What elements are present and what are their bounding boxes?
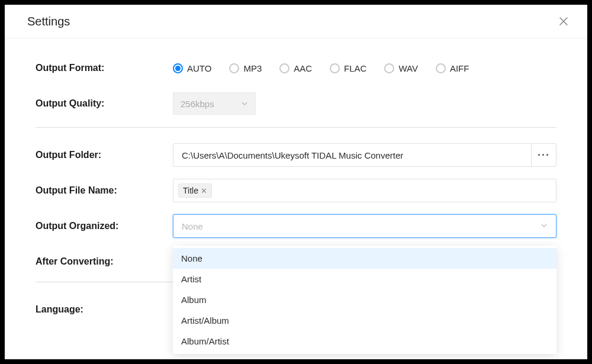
radio-wav[interactable]: WAV (384, 63, 418, 73)
label-after-converting: After Converting: (36, 256, 173, 267)
dropdown-option[interactable]: None (173, 248, 556, 269)
modal-body: Output Format: AUTOMP3AACFLACWAVAIFF Out… (5, 38, 587, 333)
output-quality-select[interactable]: 256kbps (173, 92, 256, 115)
dropdown-option[interactable]: Artist (173, 269, 556, 289)
radio-label: MP3 (243, 63, 262, 73)
row-output-file-name: Output File Name: Title ✕ (36, 179, 556, 202)
row-output-quality: Output Quality: 256kbps (36, 92, 556, 115)
close-icon (559, 17, 568, 26)
row-output-folder: Output Folder: ··· (36, 143, 556, 167)
radio-aac[interactable]: AAC (279, 63, 312, 73)
radio-label: FLAC (344, 63, 366, 73)
modal-title: Settings (27, 15, 70, 28)
modal-header: Settings (5, 5, 587, 38)
radio-icon (330, 63, 340, 73)
chevron-down-icon (540, 221, 548, 231)
label-output-file-name: Output File Name: (36, 185, 173, 196)
dropdown-option[interactable]: Artist/Album (173, 310, 556, 331)
filename-tag-label: Title (183, 186, 198, 195)
radio-label: WAV (398, 63, 418, 73)
radio-label: AIFF (450, 63, 469, 73)
label-output-folder: Output Folder: (36, 150, 173, 160)
radio-icon (229, 63, 239, 73)
settings-modal: Settings Output Format: AUTOMP3AACFLACWA… (5, 5, 587, 359)
radio-flac[interactable]: FLAC (330, 63, 366, 73)
chevron-down-icon (241, 99, 248, 109)
radio-icon (173, 63, 183, 73)
output-format-radio-group: AUTOMP3AACFLACWAVAIFF (173, 63, 469, 73)
dropdown-option[interactable]: Album/Artist (173, 331, 556, 352)
radio-icon (436, 63, 446, 73)
row-output-format: Output Format: AUTOMP3AACFLACWAVAIFF (36, 56, 556, 80)
output-folder-input[interactable] (173, 143, 532, 167)
label-output-quality: Output Quality: (36, 98, 173, 109)
output-organized-value: None (182, 221, 203, 231)
filename-tag: Title ✕ (178, 183, 212, 198)
close-button[interactable] (556, 14, 571, 28)
label-output-format: Output Format: (36, 63, 173, 73)
radio-auto[interactable]: AUTO (173, 63, 211, 73)
tag-remove-icon[interactable]: ✕ (201, 186, 207, 195)
radio-label: AUTO (187, 63, 211, 73)
output-organized-select[interactable]: None (173, 214, 556, 238)
radio-icon (279, 63, 289, 73)
label-output-organized: Output Organized: (36, 221, 173, 231)
dropdown-option[interactable]: Album (173, 289, 556, 310)
divider (36, 127, 556, 128)
browse-button[interactable]: ··· (532, 143, 556, 167)
output-file-name-input[interactable]: Title ✕ (173, 179, 556, 202)
label-language: Language: (36, 304, 173, 315)
radio-icon (384, 63, 394, 73)
output-quality-value: 256kbps (181, 99, 214, 109)
radio-mp3[interactable]: MP3 (229, 63, 262, 73)
radio-label: AAC (294, 63, 312, 73)
row-output-organized: Output Organized: None (36, 214, 556, 238)
radio-aiff[interactable]: AIFF (436, 63, 469, 73)
output-organized-dropdown: NoneArtistAlbumArtist/AlbumAlbum/Artist (173, 246, 556, 354)
